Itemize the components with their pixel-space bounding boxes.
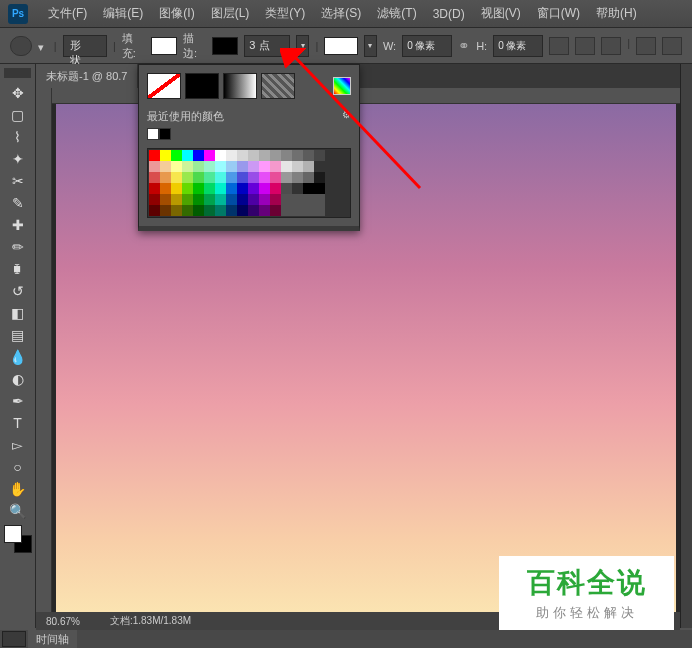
- color-swatch[interactable]: [204, 161, 215, 172]
- color-swatch[interactable]: [237, 161, 248, 172]
- color-swatch[interactable]: [226, 194, 237, 205]
- popup-gear-icon[interactable]: ⚙: [342, 109, 351, 124]
- foreground-background-colors[interactable]: [4, 525, 32, 553]
- color-swatch[interactable]: [215, 150, 226, 161]
- stroke-swatch[interactable]: [212, 37, 238, 55]
- color-swatch[interactable]: [182, 172, 193, 183]
- color-swatch[interactable]: [237, 183, 248, 194]
- color-swatch[interactable]: [248, 194, 259, 205]
- menu-file[interactable]: 文件(F): [40, 5, 95, 22]
- color-swatch[interactable]: [248, 150, 259, 161]
- color-swatch[interactable]: [270, 194, 281, 205]
- color-swatch[interactable]: [281, 205, 292, 216]
- color-swatch[interactable]: [160, 183, 171, 194]
- menu-select[interactable]: 选择(S): [313, 5, 369, 22]
- color-swatch[interactable]: [259, 172, 270, 183]
- color-swatch[interactable]: [270, 150, 281, 161]
- color-swatch[interactable]: [160, 150, 171, 161]
- zoom-tool-icon[interactable]: 🔍: [4, 500, 32, 521]
- color-swatch[interactable]: [182, 205, 193, 216]
- menu-edit[interactable]: 编辑(E): [95, 5, 151, 22]
- dodge-tool-icon[interactable]: ◐: [4, 368, 32, 389]
- hand-tool-icon[interactable]: ✋: [4, 478, 32, 499]
- menu-image[interactable]: 图像(I): [151, 5, 202, 22]
- color-swatch[interactable]: [215, 205, 226, 216]
- color-swatch[interactable]: [303, 150, 314, 161]
- color-swatch[interactable]: [215, 161, 226, 172]
- color-swatch[interactable]: [314, 172, 325, 183]
- color-swatch[interactable]: [193, 172, 204, 183]
- vertical-ruler[interactable]: [36, 88, 52, 628]
- magic-wand-tool-icon[interactable]: ✦: [4, 148, 32, 169]
- color-swatch[interactable]: [237, 172, 248, 183]
- color-swatch[interactable]: [204, 194, 215, 205]
- color-swatch[interactable]: [171, 150, 182, 161]
- crop-tool-icon[interactable]: ✂: [4, 170, 32, 191]
- eyedropper-tool-icon[interactable]: ✎: [4, 192, 32, 213]
- eraser-tool-icon[interactable]: ◧: [4, 302, 32, 323]
- gear-icon[interactable]: [636, 37, 656, 55]
- color-swatch[interactable]: [303, 194, 314, 205]
- color-swatch[interactable]: [259, 150, 270, 161]
- shape-mode-select[interactable]: 形状: [63, 35, 107, 57]
- color-swatch[interactable]: [248, 172, 259, 183]
- color-swatch[interactable]: [259, 161, 270, 172]
- color-swatch[interactable]: [226, 205, 237, 216]
- color-swatch[interactable]: [171, 205, 182, 216]
- color-swatch[interactable]: [281, 161, 292, 172]
- color-swatch[interactable]: [270, 161, 281, 172]
- color-swatch[interactable]: [204, 205, 215, 216]
- menu-window[interactable]: 窗口(W): [529, 5, 588, 22]
- color-swatch[interactable]: [303, 172, 314, 183]
- color-swatch[interactable]: [193, 183, 204, 194]
- align-icon[interactable]: [549, 37, 569, 55]
- menu-filter[interactable]: 滤镜(T): [369, 5, 424, 22]
- chevron-down-icon[interactable]: ▾: [38, 41, 47, 51]
- document-info[interactable]: 文档:1.83M/1.83M: [110, 614, 191, 628]
- gradient-tool-icon[interactable]: ▤: [4, 324, 32, 345]
- color-swatch[interactable]: [171, 183, 182, 194]
- stroke-style-select[interactable]: [324, 37, 357, 55]
- color-swatch[interactable]: [292, 205, 303, 216]
- color-swatch[interactable]: [248, 161, 259, 172]
- color-swatch[interactable]: [281, 150, 292, 161]
- color-swatch[interactable]: [303, 161, 314, 172]
- lasso-tool-icon[interactable]: ⌇: [4, 126, 32, 147]
- color-swatch[interactable]: [149, 194, 160, 205]
- tool-panel-grip[interactable]: [4, 68, 31, 78]
- path-ops-icon[interactable]: [601, 37, 621, 55]
- type-tool-icon[interactable]: T: [4, 412, 32, 433]
- color-swatch[interactable]: [292, 172, 303, 183]
- color-swatch[interactable]: [193, 150, 204, 161]
- color-swatch[interactable]: [171, 161, 182, 172]
- no-color-button[interactable]: [147, 73, 181, 99]
- color-swatch[interactable]: [237, 205, 248, 216]
- color-swatch[interactable]: [259, 183, 270, 194]
- color-swatch[interactable]: [259, 205, 270, 216]
- width-input[interactable]: [402, 35, 452, 57]
- color-swatch[interactable]: [314, 205, 325, 216]
- arrange-icon[interactable]: [575, 37, 595, 55]
- stroke-style-dropdown-icon[interactable]: ▾: [364, 35, 377, 57]
- tool-preset-icon[interactable]: [10, 36, 32, 56]
- color-swatch[interactable]: [237, 150, 248, 161]
- color-swatch[interactable]: [204, 183, 215, 194]
- menu-type[interactable]: 类型(Y): [257, 5, 313, 22]
- color-swatch[interactable]: [149, 205, 160, 216]
- color-swatch[interactable]: [226, 183, 237, 194]
- color-swatch[interactable]: [215, 183, 226, 194]
- fill-swatch[interactable]: [151, 37, 177, 55]
- color-swatch[interactable]: [182, 150, 193, 161]
- color-swatch[interactable]: [281, 194, 292, 205]
- color-swatch[interactable]: [281, 172, 292, 183]
- frame-mode-icon[interactable]: [2, 631, 26, 647]
- color-swatch[interactable]: [204, 172, 215, 183]
- color-swatch[interactable]: [270, 205, 281, 216]
- color-swatch[interactable]: [226, 150, 237, 161]
- menu-help[interactable]: 帮助(H): [588, 5, 645, 22]
- color-swatch[interactable]: [193, 205, 204, 216]
- color-swatch[interactable]: [226, 161, 237, 172]
- color-swatch[interactable]: [149, 150, 160, 161]
- color-swatch[interactable]: [193, 161, 204, 172]
- zoom-level[interactable]: 80.67%: [46, 616, 80, 627]
